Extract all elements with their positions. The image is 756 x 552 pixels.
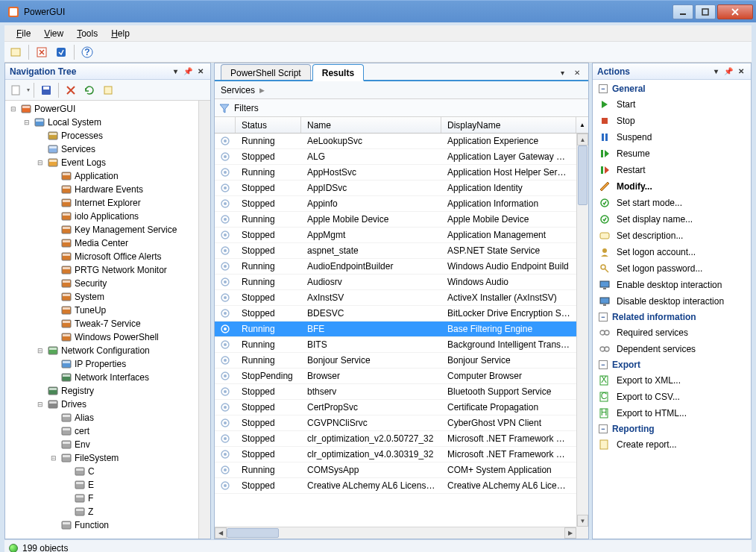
grid-scroll-up[interactable]: ▲ <box>576 117 588 133</box>
scroll-up-icon[interactable]: ▲ <box>577 134 588 145</box>
tree-node[interactable]: ⊟Network Configuration <box>5 344 198 357</box>
table-row[interactable]: Stoppedclr_optimization_v4.0.30319_32Mic… <box>215 447 576 462</box>
table-row[interactable]: StoppedBDESVCBitLocker Drive Encryption … <box>215 306 576 322</box>
tree-node[interactable]: cert <box>5 424 198 438</box>
table-row[interactable]: RunningBFEBase Filtering Engine <box>215 322 576 337</box>
tree-node[interactable]: Security <box>5 277 198 290</box>
grid-hscrollbar[interactable]: ◀ ▶ <box>215 527 576 539</box>
table-row[interactable]: StoppedCreative ALchemy AL6 Licensing...… <box>215 478 576 494</box>
tree-expander-icon[interactable]: ⊟ <box>48 454 58 463</box>
grid-header-display[interactable]: DisplayName <box>441 117 576 133</box>
tree-node[interactable]: Registry <box>5 384 198 398</box>
tree-expander-icon[interactable] <box>48 252 58 262</box>
table-row[interactable]: StoppedCertPropSvcCertificate Propagatio… <box>215 400 576 415</box>
tree-expander-icon[interactable] <box>48 521 58 530</box>
menu-tools[interactable]: Tools <box>71 27 104 40</box>
tree-node[interactable]: Tweak-7 Service <box>5 317 198 330</box>
grid-header-status[interactable]: Status <box>236 117 301 133</box>
nav-tree[interactable]: ⊟PowerGUI⊟Local SystemProcessesServices⊟… <box>5 101 198 539</box>
tree-expander-icon[interactable] <box>48 427 58 436</box>
tree-node[interactable]: System <box>5 290 198 304</box>
table-row[interactable]: RunningAeLookupSvcApplication Experience <box>215 134 576 149</box>
tree-expander-icon[interactable] <box>35 386 45 396</box>
table-row[interactable]: StoppedAppIDSvcApplication Identity <box>215 181 576 196</box>
tree-node[interactable]: ⊟FileSystem <box>5 451 198 465</box>
table-row[interactable]: RunningBonjour ServiceBonjour Service <box>215 353 576 368</box>
tree-expander-icon[interactable] <box>35 145 45 154</box>
minimize-button[interactable] <box>672 4 693 19</box>
tree-expander-icon[interactable]: ⊟ <box>35 346 45 356</box>
tree-node[interactable]: C <box>5 465 198 478</box>
action-modify[interactable]: Modify... <box>593 178 751 195</box>
menu-file[interactable]: File <box>10 27 37 40</box>
tree-expander-icon[interactable] <box>35 131 45 141</box>
action-export-to-csv[interactable]: CExport to CSV... <box>593 389 751 405</box>
tree-expander-icon[interactable] <box>48 266 58 275</box>
action-required-services[interactable]: Required services <box>593 324 751 341</box>
table-row[interactable]: StoppedAppMgmtApplication Management <box>215 228 576 243</box>
table-row[interactable]: RunningAudiosrvWindows Audio <box>215 275 576 290</box>
tree-node[interactable]: ⊟Local System <box>5 116 198 129</box>
action-restart[interactable]: Restart <box>593 162 751 178</box>
toolbar-btn-2[interactable] <box>34 44 50 60</box>
scroll-down-icon[interactable]: ▼ <box>577 515 588 527</box>
tree-node[interactable]: iolo Applications <box>5 210 198 223</box>
action-create-report[interactable]: Create report... <box>593 436 751 453</box>
action-set-description[interactable]: Set description... <box>593 228 751 244</box>
table-row[interactable]: StopPendingBrowserComputer Browser <box>215 368 576 384</box>
collapse-icon[interactable]: − <box>599 313 608 322</box>
menu-view[interactable]: View <box>38 27 69 40</box>
tree-node[interactable]: Alias <box>5 411 198 424</box>
tree-expander-icon[interactable] <box>48 212 58 222</box>
tree-expander-icon[interactable] <box>62 480 72 490</box>
tree-node[interactable]: TuneUp <box>5 304 198 317</box>
nav-new-button[interactable] <box>8 82 25 98</box>
tree-node[interactable]: Hardware Events <box>5 183 198 196</box>
tree-expander-icon[interactable] <box>48 279 58 289</box>
table-row[interactable]: Stoppedaspnet_stateASP.NET State Service <box>215 243 576 259</box>
table-row[interactable]: StoppedbthservBluetooth Support Service <box>215 384 576 400</box>
tree-expander-icon[interactable] <box>48 306 58 316</box>
action-dependent-services[interactable]: Dependent services <box>593 341 751 357</box>
tree-node[interactable]: Z <box>5 505 198 518</box>
tree-node[interactable]: Internet Explorer <box>5 196 198 210</box>
table-row[interactable]: RunningAppHostSvcApplication Host Helper… <box>215 165 576 181</box>
tree-node[interactable]: ⊟Event Logs <box>5 156 198 169</box>
table-row[interactable]: RunningBITSBackground Intelligent Transf… <box>215 337 576 353</box>
delete-icon[interactable] <box>63 82 79 98</box>
action-suspend[interactable]: Suspend <box>593 129 751 145</box>
close-icon[interactable]: ✕ <box>195 66 206 77</box>
action-export-to-html[interactable]: HExport to HTML... <box>593 405 751 421</box>
tree-expander-icon[interactable] <box>48 239 58 248</box>
tree-expander-icon[interactable] <box>48 440 58 450</box>
pin-icon[interactable]: 📌 <box>723 66 734 77</box>
scroll-thumb[interactable] <box>227 528 279 538</box>
table-row[interactable]: StoppedALGApplication Layer Gateway Serv <box>215 149 576 165</box>
table-row[interactable]: RunningApple Mobile DeviceApple Mobile D… <box>215 212 576 228</box>
table-row[interactable]: StoppedCGVPNCliSrvcCyberGhost VPN Client <box>215 415 576 431</box>
breadcrumb[interactable]: Services ▶ <box>215 81 588 99</box>
refresh-icon[interactable] <box>81 82 98 98</box>
tree-expander-icon[interactable]: ⊟ <box>8 104 18 114</box>
nav-scrollbar[interactable] <box>198 101 210 539</box>
collapse-icon[interactable]: − <box>599 424 608 433</box>
action-stop[interactable]: Stop <box>593 113 751 129</box>
tree-node[interactable]: Function <box>5 518 198 532</box>
tree-expander-icon[interactable] <box>62 507 72 517</box>
action-set-display-name[interactable]: Set display name... <box>593 211 751 228</box>
help-icon[interactable]: ? <box>79 44 95 60</box>
grid-vscrollbar[interactable]: ▲ ▼ <box>576 134 588 527</box>
action-enable-desktop-interaction[interactable]: Enable desktop interaction <box>593 277 751 293</box>
tab-results[interactable]: Results <box>312 64 364 81</box>
menu-help[interactable]: Help <box>105 27 136 40</box>
collapse-icon[interactable]: − <box>599 84 608 93</box>
tab-dropdown-icon[interactable]: ▾ <box>557 67 567 78</box>
action-resume[interactable]: Resume <box>593 145 751 162</box>
tree-expander-icon[interactable]: ⊟ <box>35 400 45 410</box>
table-row[interactable]: RunningAudioEndpointBuilderWindows Audio… <box>215 259 576 275</box>
scroll-thumb[interactable] <box>578 145 588 205</box>
pin-icon[interactable]: 📌 <box>183 66 193 77</box>
grid-header-icon[interactable] <box>215 117 236 133</box>
tree-node[interactable]: Env <box>5 438 198 451</box>
tree-node[interactable]: E <box>5 478 198 492</box>
